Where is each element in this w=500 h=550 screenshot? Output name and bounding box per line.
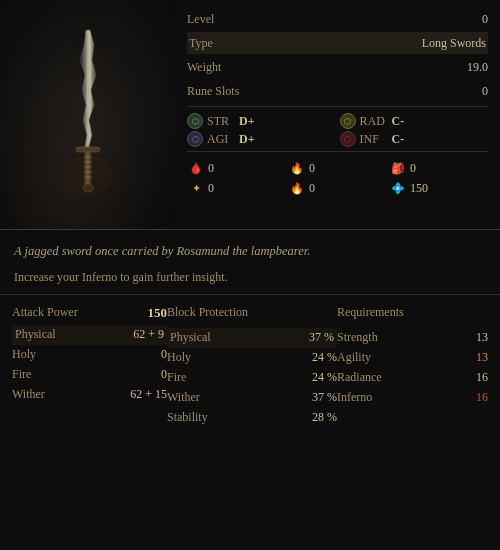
- damage-fire1: 🔥 0: [288, 159, 387, 177]
- requirements-column: Requirements Strength 13 Agility 13 Radi…: [337, 305, 488, 428]
- attack-physical-label: Physical: [15, 327, 56, 342]
- req-strength-label: Strength: [337, 330, 378, 345]
- attack-holy-row: Holy 0: [12, 345, 167, 365]
- weight-label: Weight: [187, 60, 267, 75]
- scaling-inf: ⬡ INF C-: [340, 131, 489, 147]
- block-physical-row: Physical 37 %: [167, 328, 337, 348]
- scaling-grid: ⬡ STR D+ ⬡ RAD C- ⬡ AGI D+ ⬡ INF C-: [187, 113, 488, 147]
- attack-wither-label: Wither: [12, 387, 45, 402]
- weight-row: Weight 19.0: [187, 56, 488, 78]
- rad-icon: ⬡: [340, 113, 356, 129]
- stats-panel: Level 0 Type Long Swords Weight 19.0 Run…: [175, 0, 500, 229]
- block-protection-column: Block Protection Physical 37 % Holy 24 %…: [167, 305, 337, 428]
- type-row: Type Long Swords: [187, 32, 488, 54]
- weight-value: 19.0: [467, 60, 488, 75]
- req-agility-value: 13: [476, 350, 488, 365]
- block-holy-value: 24 %: [312, 350, 337, 365]
- attack-physical-value: 62 + 9: [133, 327, 164, 342]
- block-fire-label: Fire: [167, 370, 186, 385]
- bag-dmg-icon: 🎒: [389, 159, 407, 177]
- level-value: 0: [482, 12, 488, 27]
- req-inferno-value: 16: [476, 390, 488, 405]
- attack-physical-row: Physical 62 + 9: [12, 325, 167, 345]
- scaling-rad: ⬡ RAD C-: [340, 113, 489, 129]
- level-label: Level: [187, 12, 267, 27]
- req-strength-value: 13: [476, 330, 488, 345]
- block-fire-row: Fire 24 %: [167, 368, 337, 388]
- attack-fire-row: Fire 0: [12, 365, 167, 385]
- divider-1: [187, 106, 488, 107]
- block-protection-header: Block Protection: [167, 305, 337, 322]
- block-stability-value: 28 %: [312, 410, 337, 425]
- block-physical-label: Physical: [170, 330, 211, 345]
- attack-holy-label: Holy: [12, 347, 36, 362]
- block-holy-row: Holy 24 %: [167, 348, 337, 368]
- svg-rect-3: [76, 147, 100, 152]
- agi-icon: ⬡: [187, 131, 203, 147]
- description-section: A jagged sword once carried by Rosamund …: [0, 230, 500, 295]
- damage-holy: ✦ 0: [187, 179, 286, 197]
- damage-fire2: 🔥 0: [288, 179, 387, 197]
- inf-icon: ⬡: [340, 131, 356, 147]
- block-wither-label: Wither: [167, 390, 200, 405]
- weapon-image: [0, 0, 175, 229]
- block-physical-value: 37 %: [309, 330, 334, 345]
- scaling-str: ⬡ STR D+: [187, 113, 336, 129]
- req-radiance-value: 16: [476, 370, 488, 385]
- damage-inferno: 💠 150: [389, 179, 488, 197]
- svg-point-11: [85, 31, 91, 35]
- scaling-agi: ⬡ AGI D+: [187, 131, 336, 147]
- attack-wither-value: 62 + 15: [130, 387, 167, 402]
- inferno-dmg-icon: 💠: [389, 179, 407, 197]
- block-fire-value: 24 %: [312, 370, 337, 385]
- weapon-passive: Increase your Inferno to gain further in…: [14, 269, 486, 286]
- rune-slots-value: 0: [482, 84, 488, 99]
- str-icon: ⬡: [187, 113, 203, 129]
- req-inferno-label: Inferno: [337, 390, 372, 405]
- type-value: Long Swords: [422, 36, 486, 51]
- svg-point-10: [83, 184, 93, 192]
- attack-power-value: 150: [148, 305, 168, 321]
- damage-physical: 🩸 0: [187, 159, 286, 177]
- req-inferno-row: Inferno 16: [337, 388, 488, 408]
- attack-wither-row: Wither 62 + 15: [12, 385, 167, 405]
- rune-slots-label: Rune Slots: [187, 84, 267, 99]
- damage-bag: 🎒 0: [389, 159, 488, 177]
- attack-power-label: Attack Power: [12, 305, 78, 321]
- fire2-dmg-icon: 🔥: [288, 179, 306, 197]
- req-agility-row: Agility 13: [337, 348, 488, 368]
- holy-dmg-icon: ✦: [187, 179, 205, 197]
- fire-dmg-icon: 🔥: [288, 159, 306, 177]
- block-wither-value: 37 %: [312, 390, 337, 405]
- weapon-description: A jagged sword once carried by Rosamund …: [14, 242, 486, 261]
- physical-dmg-icon: 🩸: [187, 159, 205, 177]
- requirements-header: Requirements: [337, 305, 488, 322]
- req-agility-label: Agility: [337, 350, 371, 365]
- block-wither-row: Wither 37 %: [167, 388, 337, 408]
- block-stability-label: Stability: [167, 410, 208, 425]
- type-label: Type: [189, 36, 269, 51]
- req-radiance-label: Radiance: [337, 370, 382, 385]
- bottom-stats: Attack Power 150 Physical 62 + 9 Holy 0 …: [0, 295, 500, 438]
- attack-fire-label: Fire: [12, 367, 31, 382]
- divider-2: [187, 151, 488, 152]
- block-stability-row: Stability 28 %: [167, 408, 337, 428]
- block-holy-label: Holy: [167, 350, 191, 365]
- attack-power-column: Attack Power 150 Physical 62 + 9 Holy 0 …: [12, 305, 167, 428]
- req-strength-row: Strength 13: [337, 328, 488, 348]
- attack-power-header-row: Attack Power 150: [12, 305, 167, 321]
- req-radiance-row: Radiance 16: [337, 368, 488, 388]
- rune-slots-row: Rune Slots 0: [187, 80, 488, 102]
- level-row: Level 0: [187, 8, 488, 30]
